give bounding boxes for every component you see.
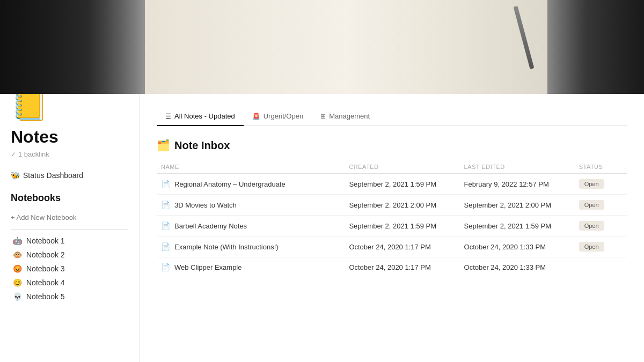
page-title: Notes	[11, 127, 128, 147]
notes-tbody: 📄 Regional Anatomy – Undergraduate Septe…	[157, 174, 627, 277]
note-name: 📄 Example Note (With Instructions!)	[161, 242, 340, 251]
divider	[11, 229, 128, 230]
banner	[0, 0, 644, 94]
note-status-cell: Open	[575, 174, 627, 195]
tab-icon-urgent-open: 🚨	[252, 113, 260, 120]
note-created: September 2, 2021 1:59 PM	[345, 216, 459, 237]
note-edited: October 24, 2020 1:33 PM	[460, 257, 575, 277]
add-notebook-button[interactable]: + Add New Notebook	[11, 211, 128, 224]
backlink[interactable]: ✓ 1 backlink	[11, 150, 128, 158]
notebook-label: Notebook 5	[26, 292, 65, 301]
note-inbox-heading: Note Inbox	[174, 139, 230, 152]
table-header: Name Created Last Edited Status	[157, 160, 627, 174]
note-name: 📄 Web Clipper Example	[161, 263, 340, 271]
note-title: 3D Movies to Watch	[174, 201, 237, 209]
notebook-item-5[interactable]: 💀Notebook 5	[11, 290, 128, 304]
page-emoji: 📒	[11, 94, 128, 123]
note-doc-icon: 📄	[161, 242, 170, 251]
notebook-item-2[interactable]: 🐵Notebook 2	[11, 248, 128, 262]
tab-label-urgent-open: Urgent/Open	[264, 112, 303, 120]
tabs-bar: ☰All Notes - Updated🚨Urgent/Open⊞Managem…	[157, 107, 627, 126]
note-edited: September 2, 2021 1:59 PM	[460, 216, 575, 237]
note-edited: October 24, 2020 1:33 PM	[460, 237, 575, 257]
table-row[interactable]: 📄 Web Clipper Example October 24, 2020 1…	[157, 257, 627, 277]
status-badge: Open	[579, 221, 604, 231]
tab-label-all-notes: All Notes - Updated	[174, 112, 235, 120]
status-badge: Open	[579, 179, 604, 189]
banner-image	[0, 0, 644, 94]
col-header-status: Status	[575, 160, 627, 174]
note-doc-icon: 📄	[161, 221, 170, 230]
notebook-label: Notebook 1	[26, 237, 65, 245]
notebook-emoji: 🤖	[13, 237, 22, 245]
col-header-edited: Last Edited	[460, 160, 575, 174]
table-row[interactable]: 📄 Barbell Academy Notes September 2, 202…	[157, 216, 627, 237]
note-title: Example Note (With Instructions!)	[174, 243, 279, 251]
tab-label-management: Management	[329, 112, 370, 120]
notebook-item-1[interactable]: 🤖Notebook 1	[11, 234, 128, 248]
note-doc-icon: 📄	[161, 263, 170, 271]
notebook-item-4[interactable]: 😊Notebook 4	[11, 276, 128, 290]
notebook-label: Notebook 3	[26, 264, 65, 273]
note-title: Barbell Academy Notes	[174, 222, 247, 230]
status-dashboard-label: Status Dashboard	[23, 171, 83, 180]
tab-management[interactable]: ⊞Management	[312, 107, 378, 125]
note-created: October 24, 2020 1:17 PM	[345, 257, 459, 277]
main-layout: 📒 Notes ✓ 1 backlink 🐝 Status Dashboard …	[0, 94, 644, 362]
note-created: September 2, 2021 2:00 PM	[345, 195, 459, 216]
notebook-label: Notebook 2	[26, 250, 65, 259]
tab-icon-all-notes: ☰	[165, 113, 171, 120]
note-title: Regional Anatomy – Undergraduate	[174, 180, 286, 188]
notebook-emoji: 😊	[13, 278, 22, 287]
note-inbox-header: 🗂️ Note Inbox	[157, 139, 627, 152]
tab-all-notes[interactable]: ☰All Notes - Updated	[157, 107, 244, 125]
note-name: 📄 Regional Anatomy – Undergraduate	[161, 180, 340, 188]
col-header-name: Name	[157, 160, 345, 174]
table-row[interactable]: 📄 3D Movies to Watch September 2, 2021 2…	[157, 195, 627, 216]
backlink-check-icon: ✓	[11, 151, 16, 158]
status-badge: Open	[579, 242, 604, 252]
note-doc-icon: 📄	[161, 201, 170, 209]
note-status-cell	[575, 257, 627, 277]
status-dashboard-link[interactable]: 🐝 Status Dashboard	[11, 169, 128, 182]
note-name: 📄 3D Movies to Watch	[161, 201, 340, 209]
note-status-cell: Open	[575, 216, 627, 237]
note-status-cell: Open	[575, 237, 627, 257]
note-created: October 24, 2020 1:17 PM	[345, 237, 459, 257]
content-area: ☰All Notes - Updated🚨Urgent/Open⊞Managem…	[140, 94, 644, 362]
notebook-emoji: 🐵	[13, 250, 22, 259]
sidebar: 📒 Notes ✓ 1 backlink 🐝 Status Dashboard …	[0, 94, 140, 362]
tab-urgent-open[interactable]: 🚨Urgent/Open	[244, 107, 312, 125]
note-doc-icon: 📄	[161, 180, 170, 188]
table-row[interactable]: 📄 Example Note (With Instructions!) Octo…	[157, 237, 627, 257]
table-row[interactable]: 📄 Regional Anatomy – Undergraduate Septe…	[157, 174, 627, 195]
notebook-emoji: 💀	[13, 292, 22, 301]
tab-icon-management: ⊞	[320, 113, 326, 120]
note-edited: September 2, 2021 2:00 PM	[460, 195, 575, 216]
notebook-item-3[interactable]: 😡Notebook 3	[11, 262, 128, 276]
note-title: Web Clipper Example	[174, 263, 241, 271]
note-inbox-emoji: 🗂️	[157, 139, 170, 152]
note-name: 📄 Barbell Academy Notes	[161, 221, 340, 230]
note-status-cell: Open	[575, 195, 627, 216]
add-notebook-label: + Add New Notebook	[11, 213, 77, 221]
status-badge: Open	[579, 200, 604, 210]
notebook-list: 🤖Notebook 1🐵Notebook 2😡Notebook 3😊Notebo…	[11, 234, 128, 304]
backlink-text: 1 backlink	[18, 150, 49, 158]
note-created: September 2, 2021 1:59 PM	[345, 174, 459, 195]
notes-table: Name Created Last Edited Status 📄 Region…	[157, 160, 627, 277]
notebook-emoji: 😡	[13, 264, 22, 273]
notebooks-heading: Notebooks	[11, 193, 128, 204]
notebook-label: Notebook 4	[26, 278, 65, 287]
col-header-created: Created	[345, 160, 459, 174]
note-edited: February 9, 2022 12:57 PM	[460, 174, 575, 195]
status-dashboard-emoji: 🐝	[11, 171, 20, 180]
